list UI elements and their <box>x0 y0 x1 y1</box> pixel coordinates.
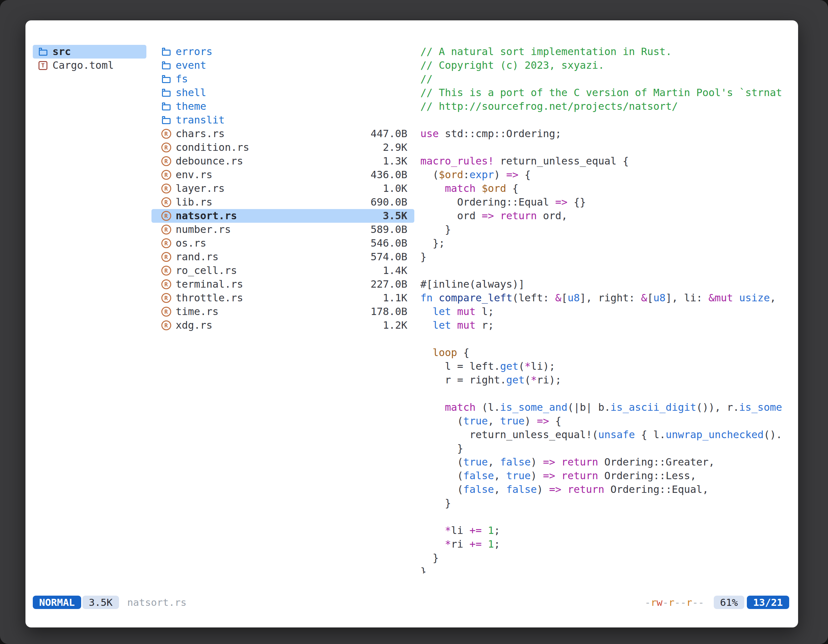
file-name: src <box>52 45 71 58</box>
file-row-os.rs[interactable]: Ros.rs546.0B <box>152 237 414 250</box>
code-line <box>420 387 795 401</box>
file-row-natsort.rs[interactable]: Rnatsort.rs3.5K <box>152 209 414 223</box>
file-row-src[interactable]: src <box>33 45 146 58</box>
code-line: ($ord:expr) => { <box>420 168 795 182</box>
file-name: natsort.rs <box>176 209 237 223</box>
file-name: Cargo.toml <box>52 58 114 72</box>
file-name: shell <box>176 86 206 100</box>
file-row-number.rs[interactable]: Rnumber.rs589.0B <box>152 223 414 237</box>
code-line: loop { <box>420 346 795 360</box>
file-name: debounce.rs <box>176 154 243 168</box>
file-row-rand.rs[interactable]: Rrand.rs574.0B <box>152 250 414 264</box>
file-row-Cargo.toml[interactable]: TCargo.toml <box>33 58 146 72</box>
file-row-lib.rs[interactable]: Rlib.rs690.0B <box>152 195 414 209</box>
file-name: theme <box>176 100 206 113</box>
folder-icon <box>37 48 49 56</box>
file-name: fs <box>176 72 188 86</box>
code-line: }; <box>420 237 795 250</box>
code-line: } <box>420 250 795 264</box>
file-row-env.rs[interactable]: Renv.rs436.0B <box>152 168 414 182</box>
code-line <box>420 332 795 346</box>
file-row-ro_cell.rs[interactable]: Rro_cell.rs1.4K <box>152 264 414 277</box>
file-row-shell[interactable]: shell <box>152 86 414 100</box>
file-size: 2.9K <box>383 141 407 154</box>
rust-file-icon: R <box>160 129 172 139</box>
code-line: } <box>420 565 795 573</box>
file-row-layer.rs[interactable]: Rlayer.rs1.0K <box>152 182 414 195</box>
code-line: use std::cmp::Ordering; <box>420 127 795 141</box>
rust-file-icon: R <box>160 197 172 207</box>
status-bar-right: -rw-r--r-- 61% 13/21 <box>645 595 789 609</box>
folder-icon <box>160 75 172 83</box>
file-row-time.rs[interactable]: Rtime.rs178.0B <box>152 305 414 318</box>
code-line: } <box>420 497 795 510</box>
file-name: event <box>176 58 206 72</box>
code-line: } <box>420 551 795 565</box>
file-size: 178.0B <box>370 305 407 318</box>
status-filename: natsort.rs <box>127 595 187 609</box>
rust-file-icon: R <box>160 279 172 289</box>
code-line: #[inline(always)] <box>420 277 795 291</box>
file-row-debounce.rs[interactable]: Rdebounce.rs1.3K <box>152 154 414 168</box>
rust-file-icon: R <box>160 238 172 248</box>
file-size: 546.0B <box>370 237 407 250</box>
file-size: 1.0K <box>383 182 407 195</box>
file-row-theme[interactable]: theme <box>152 100 414 113</box>
rust-file-icon: R <box>160 170 172 180</box>
file-name: rand.rs <box>176 250 219 264</box>
file-size-indicator: 3.5K <box>82 595 119 609</box>
file-row-event[interactable]: event <box>152 58 414 72</box>
code-line: (false, true) => return Ordering::Less, <box>420 469 795 483</box>
file-row-errors[interactable]: errors <box>152 45 414 58</box>
code-line: let mut l; <box>420 305 795 318</box>
file-name: translit <box>176 113 225 127</box>
rust-file-icon: R <box>160 211 172 221</box>
code-line <box>420 141 795 154</box>
code-line <box>420 113 795 127</box>
file-row-chars.rs[interactable]: Rchars.rs447.0B <box>152 127 414 141</box>
code-line: } <box>420 442 795 455</box>
code-line: (false, false) => return Ordering::Equal… <box>420 483 795 497</box>
scroll-percent: 61% <box>714 595 744 609</box>
code-line: fn compare_left(left: &[u8], right: &[u8… <box>420 291 795 305</box>
file-size: 1.2K <box>383 318 407 332</box>
file-size: 447.0B <box>370 127 407 141</box>
rust-file-icon: R <box>160 307 172 317</box>
rust-file-icon: R <box>160 252 172 262</box>
code-line: macro_rules! return_unless_equal { <box>420 154 795 168</box>
rust-file-icon: R <box>160 225 172 235</box>
file-row-throttle.rs[interactable]: Rthrottle.rs1.1K <box>152 291 414 305</box>
file-size: 1.1K <box>383 291 407 305</box>
file-name: ro_cell.rs <box>176 264 237 277</box>
yazi-file-manager-window: srcTCargo.toml errorseventfsshellthemetr… <box>25 20 798 627</box>
desktop-background: srcTCargo.toml errorseventfsshellthemetr… <box>0 0 828 644</box>
status-bar: NORMAL 3.5K natsort.rs -rw-r--r-- 61% 13… <box>33 595 789 609</box>
file-name: terminal.rs <box>176 277 243 291</box>
file-name: env.rs <box>176 168 213 182</box>
file-row-fs[interactable]: fs <box>152 72 414 86</box>
code-line <box>420 264 795 277</box>
code-line: (true, true) => { <box>420 414 795 428</box>
code-line: *ri += 1; <box>420 537 795 551</box>
code-line: } <box>420 223 795 237</box>
file-size: 589.0B <box>370 223 407 237</box>
code-line: // This is a port of the C version of Ma… <box>420 86 795 100</box>
file-size: 690.0B <box>370 195 407 209</box>
file-name: layer.rs <box>176 182 225 195</box>
file-name: errors <box>176 45 213 58</box>
file-name: time.rs <box>176 305 219 318</box>
code-line: // A natural sort implementation in Rust… <box>420 45 795 58</box>
file-row-xdg.rs[interactable]: Rxdg.rs1.2K <box>152 318 414 332</box>
file-row-terminal.rs[interactable]: Rterminal.rs227.0B <box>152 277 414 291</box>
file-name: lib.rs <box>176 195 213 209</box>
file-size: 227.0B <box>370 277 407 291</box>
file-preview-pane: // A natural sort implementation in Rust… <box>420 45 795 573</box>
rust-file-icon: R <box>160 156 172 166</box>
file-row-translit[interactable]: translit <box>152 113 414 127</box>
rust-file-icon: R <box>160 320 172 330</box>
code-line: (true, false) => return Ordering::Greate… <box>420 455 795 469</box>
file-row-condition.rs[interactable]: Rcondition.rs2.9K <box>152 141 414 154</box>
file-name: throttle.rs <box>176 291 243 305</box>
folder-icon <box>160 116 172 124</box>
rust-file-icon: R <box>160 293 172 303</box>
